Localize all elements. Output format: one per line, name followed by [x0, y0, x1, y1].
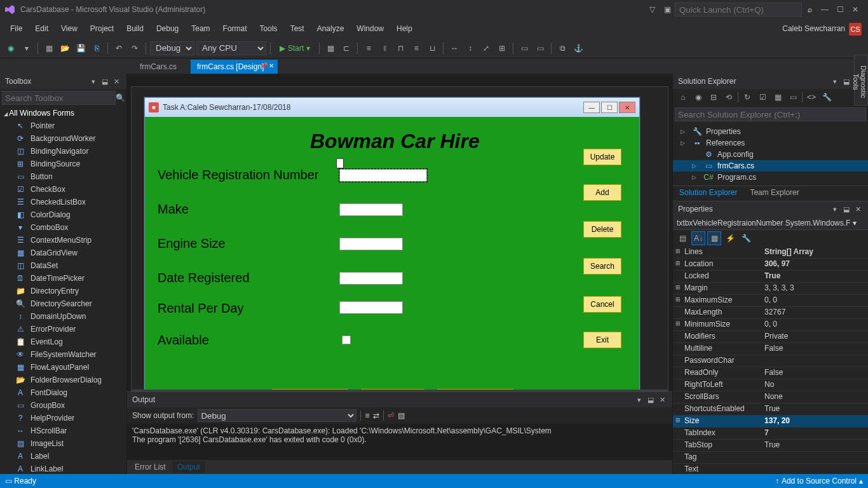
pin-icon[interactable]: 📌 ✕ [260, 62, 275, 69]
properties-icon[interactable]: ▦ [771, 91, 784, 104]
quick-launch-input[interactable] [675, 3, 802, 17]
toolbox-item[interactable]: 👁FileSystemWatcher [0, 348, 126, 361]
property-row[interactable]: LockedTrue [673, 271, 868, 283]
close-icon[interactable]: ✕ [853, 204, 863, 214]
dropdown-icon[interactable]: ▾ [830, 76, 840, 86]
toolbox-item[interactable]: ALabel [0, 450, 126, 463]
align-top-icon[interactable]: ⊓ [393, 41, 407, 55]
dropdown-icon[interactable]: ▾ [830, 204, 840, 214]
button-update[interactable]: Update [583, 149, 621, 165]
close-icon[interactable]: ✕ [111, 76, 121, 86]
property-row[interactable]: ScrollBarsNone [673, 391, 868, 403]
properties-object[interactable]: txtbxVehicleRegistraionNumber System.Win… [673, 217, 868, 230]
toolbox-item[interactable]: ▾ComboBox [0, 221, 126, 234]
center-h-icon[interactable]: ⊞ [495, 41, 509, 55]
property-pages-icon[interactable]: 🔧 [739, 231, 753, 245]
find-icon[interactable]: ▤ [398, 411, 405, 420]
property-row[interactable]: ShortcutsEnabledTrue [673, 403, 868, 416]
start-button[interactable]: ▶ Start ▾ [275, 44, 315, 53]
property-row[interactable]: ⊞MinimumSize0, 0 [673, 319, 868, 331]
close-icon[interactable]: ✕ [657, 395, 667, 405]
property-row[interactable]: Text [673, 464, 868, 474]
dropdown-icon[interactable]: ▾ [88, 76, 98, 86]
align-v-icon[interactable]: ⫴ [377, 41, 391, 55]
toolbox-group[interactable]: All Windows Forms [0, 107, 126, 119]
menu-format[interactable]: Format [217, 22, 254, 36]
dropdown-icon[interactable]: ▾ [634, 395, 644, 405]
property-row[interactable]: TabStopTrue [673, 440, 868, 452]
pin-icon[interactable]: ⬓ [841, 204, 851, 214]
word-wrap-icon[interactable]: ⏎ [388, 411, 394, 420]
new-project-icon[interactable]: ▦ [42, 41, 56, 55]
tab-output[interactable]: Output [172, 461, 205, 473]
solution-search-input[interactable] [675, 107, 866, 121]
toolbox-item[interactable]: ☑CheckBox [0, 183, 126, 196]
button-search[interactable]: Search [583, 258, 621, 274]
node-references[interactable]: ▷▪▪References [673, 137, 868, 149]
bring-front-icon[interactable]: ▭ [517, 41, 531, 55]
add-source-control[interactable]: ↑ Add to Source Control ▴ [775, 477, 863, 485]
open-file-icon[interactable]: 📂 [58, 41, 72, 55]
hspace-icon[interactable]: ↔ [447, 41, 461, 55]
align-left-icon[interactable]: ⊏ [339, 41, 353, 55]
input-date[interactable] [339, 272, 403, 285]
designer-surface[interactable]: ■ Task A:Caleb Sewcharran-17/08/2018 — ☐… [131, 86, 668, 390]
tab-frmcars-code[interactable]: frmCars.cs [133, 60, 191, 74]
categorized-icon[interactable]: ▤ [675, 231, 689, 245]
home-icon[interactable]: ⌂ [677, 91, 689, 104]
node-program[interactable]: ▷C#Program.cs [673, 172, 868, 183]
redo-icon[interactable]: ↷ [128, 41, 142, 55]
lock-icon[interactable]: ⚓ [571, 41, 585, 55]
button-add[interactable]: Add [583, 184, 621, 201]
input-engine[interactable] [339, 238, 403, 250]
back-icon[interactable]: ◉ [692, 91, 705, 104]
config-dropdown[interactable]: Debug [150, 41, 194, 55]
toolbox-item[interactable]: 📂FolderBrowserDialog [0, 374, 126, 386]
align-bottom-icon[interactable]: ⊔ [425, 41, 439, 55]
button-delete[interactable]: Delete [583, 221, 621, 238]
toolbox-item[interactable]: ↕DomainUpDown [0, 310, 126, 323]
pin-icon[interactable]: ⬓ [100, 76, 110, 86]
node-frmcars[interactable]: ▷▭frmCars.cs [673, 160, 868, 172]
toolbox-item[interactable]: ⊞BindingSource [0, 158, 126, 170]
send-back-icon[interactable]: ▭ [533, 41, 547, 55]
input-rental[interactable] [339, 301, 403, 314]
menu-team[interactable]: Team [185, 22, 216, 36]
toolbox-item[interactable]: ↔HScrollBar [0, 424, 126, 437]
platform-dropdown[interactable]: Any CPU [196, 41, 266, 55]
tab-error-list[interactable]: Error List [130, 461, 171, 473]
toolbox-item[interactable]: ▭GroupBox [0, 399, 126, 412]
form-minimize-icon[interactable]: — [583, 102, 600, 113]
align-h-icon[interactable]: ≡ [362, 41, 376, 55]
toggle-icon[interactable]: ⇄ [373, 411, 379, 420]
refresh-icon[interactable]: ↻ [741, 91, 754, 104]
menu-test[interactable]: Test [284, 22, 311, 36]
property-row[interactable]: Tag [673, 452, 868, 464]
property-row[interactable]: ⊞MaximumSize0, 0 [673, 295, 868, 307]
toolbox-item[interactable]: ☰CheckedListBox [0, 196, 126, 208]
toolbox-item[interactable]: AFontDialog [0, 386, 126, 399]
pin-icon[interactable]: ⬓ [646, 395, 656, 405]
toolbox-item[interactable]: ALinkLabel [0, 463, 126, 474]
tab-solution-explorer[interactable]: Solution Explorer [673, 186, 743, 201]
pin-icon[interactable]: ⬓ [841, 76, 851, 86]
menu-view[interactable]: View [55, 22, 84, 36]
solution-tree[interactable]: ▷🔧Properties ▷▪▪References ⚙App.config ▷… [673, 123, 868, 186]
toolbox-item[interactable]: 🔍DirectorySearcher [0, 297, 126, 310]
toolbox-item[interactable]: ◫BindingNavigator [0, 145, 126, 158]
align-middle-icon[interactable]: ≡ [409, 41, 423, 55]
save-all-icon[interactable]: ⎘ [90, 41, 104, 55]
undo-icon[interactable]: ↶ [112, 41, 126, 55]
view-code-icon[interactable]: <> [805, 91, 818, 104]
toolbox-item[interactable]: ↖Pointer [0, 119, 126, 132]
tab-order-icon[interactable]: ⧉ [555, 41, 569, 55]
toolbox-list[interactable]: All Windows Forms ↖Pointer⟳BackgroundWor… [0, 107, 126, 474]
toolbox-item[interactable]: ☰ContextMenuStrip [0, 234, 126, 247]
sync-icon[interactable]: ⟲ [722, 91, 735, 104]
menu-tools[interactable]: Tools [254, 22, 284, 36]
property-row[interactable]: TabIndex7 [673, 428, 868, 440]
toolbox-item[interactable]: ◫DataSet [0, 259, 126, 272]
property-row[interactable]: ReadOnlyFalse [673, 367, 868, 379]
search-icon[interactable]: 🔍 [116, 91, 125, 105]
property-row[interactable]: MaxLength32767 [673, 307, 868, 319]
